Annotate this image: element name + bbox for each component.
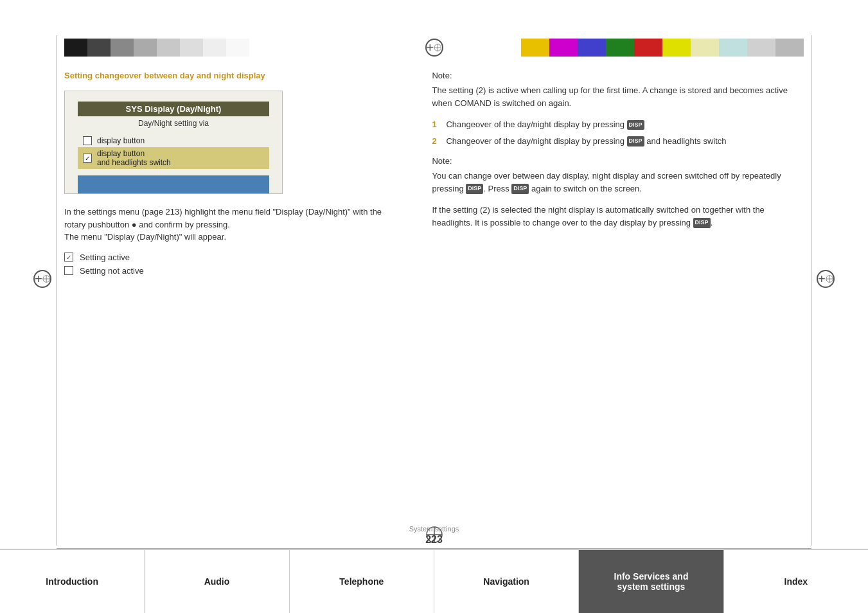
color-block-4	[134, 39, 157, 57]
color-block-5	[157, 39, 180, 57]
nav-index[interactable]: Index	[724, 550, 868, 613]
nav-telephone[interactable]: Telephone	[290, 550, 434, 613]
color-block-r3	[578, 39, 606, 57]
checkbox-unchecked-1	[83, 136, 92, 145]
color-block-7	[203, 39, 226, 57]
display-box-option-2: ✓ display buttonand headlights switch	[78, 147, 269, 169]
nav-navigation[interactable]: Navigation	[434, 550, 579, 613]
step-1-text: Changeover of the day/night display by p…	[446, 118, 644, 131]
option-label-1: display button	[97, 136, 145, 145]
display-box-option-1: display button	[78, 134, 269, 147]
step-2: 2 Changeover of the day/night display by…	[432, 135, 804, 148]
legend-checkbox-active: ✓	[64, 253, 73, 262]
display-box-subtitle: Day/Night setting via	[78, 119, 269, 128]
step-2-num: 2	[432, 135, 441, 148]
nav-audio[interactable]: Audio	[145, 550, 289, 613]
color-block-r1	[521, 39, 549, 57]
note2-text: You can change over between day display,…	[432, 170, 804, 195]
main-content: Setting changeover between day and night…	[64, 71, 804, 523]
nav-introduction-label: Introduction	[46, 576, 98, 587]
crosshair-left	[33, 270, 51, 288]
note1-text: The setting (2) is active when calling u…	[432, 84, 804, 109]
color-block-r7	[691, 39, 719, 57]
color-block-1	[64, 39, 87, 57]
display-box-blue-bar	[78, 175, 269, 193]
legend-active-label: Setting active	[80, 253, 130, 262]
nav-audio-label: Audio	[204, 576, 230, 587]
checkbox-checked-2: ✓	[83, 154, 92, 163]
nav-telephone-label: Telephone	[339, 576, 384, 587]
legend-active: ✓ Setting active	[64, 253, 400, 262]
nav-navigation-label: Navigation	[483, 576, 529, 587]
color-block-r9	[747, 39, 775, 57]
nav-info-services[interactable]: Info Services andsystem settings	[579, 550, 723, 613]
note3-text: If the setting (2) is selected the night…	[432, 204, 804, 229]
step-1-num: 1	[432, 118, 441, 131]
color-block-3	[111, 39, 134, 57]
crosshair-right	[817, 270, 835, 288]
option-label-2: display buttonand headlights switch	[97, 149, 171, 167]
color-block-r10	[775, 39, 804, 57]
display-box-title: SYS Display (Day/Night)	[78, 102, 269, 116]
disp-btn-3: DISP	[466, 184, 483, 194]
section-title: Setting changeover between day and night…	[64, 71, 400, 80]
crosshair-top	[425, 39, 443, 57]
color-block-8	[226, 39, 249, 57]
color-block-2	[87, 39, 111, 57]
disp-btn-4: DISP	[511, 184, 529, 194]
color-block-r6	[662, 39, 691, 57]
legend-checkbox-inactive	[64, 266, 73, 275]
color-block-r4	[606, 39, 634, 57]
steps-list: 1 Changeover of the day/night display by…	[432, 118, 804, 147]
disp-btn-1: DISP	[627, 120, 644, 130]
color-block-6	[180, 39, 203, 57]
top-bar-left	[64, 39, 249, 57]
page-number-area: System settings 223	[409, 525, 459, 546]
step-1: 1 Changeover of the day/night display by…	[432, 118, 804, 131]
top-bar-right	[521, 39, 804, 57]
right-column: Note: The setting (2) is active when cal…	[419, 71, 804, 523]
note1-label: Note:	[432, 71, 804, 80]
display-box: SYS Display (Day/Night) Day/Night settin…	[64, 91, 283, 194]
border-left	[57, 35, 57, 546]
color-block-r5	[634, 39, 662, 57]
left-column: Setting changeover between day and night…	[64, 71, 419, 523]
disp-btn-2: DISP	[627, 136, 644, 147]
step-2-text: Changeover of the day/night display by p…	[446, 135, 726, 148]
note2-label: Note:	[432, 156, 804, 166]
nav-info-services-label: Info Services andsystem settings	[614, 571, 689, 592]
disp-btn-5: DISP	[693, 218, 711, 228]
description-text: In the settings menu (page 213) highligh…	[64, 206, 400, 244]
section-label: System settings	[409, 525, 459, 533]
page-number: 223	[409, 534, 459, 546]
color-block-r8	[719, 39, 747, 57]
color-block-r2	[549, 39, 578, 57]
border-right	[811, 35, 811, 546]
nav-index-label: Index	[784, 576, 808, 587]
bottom-nav: Introduction Audio Telephone Navigation …	[0, 549, 868, 613]
legend-inactive-label: Setting not active	[80, 266, 144, 276]
nav-introduction[interactable]: Introduction	[0, 550, 145, 613]
legend-inactive: Setting not active	[64, 266, 400, 276]
